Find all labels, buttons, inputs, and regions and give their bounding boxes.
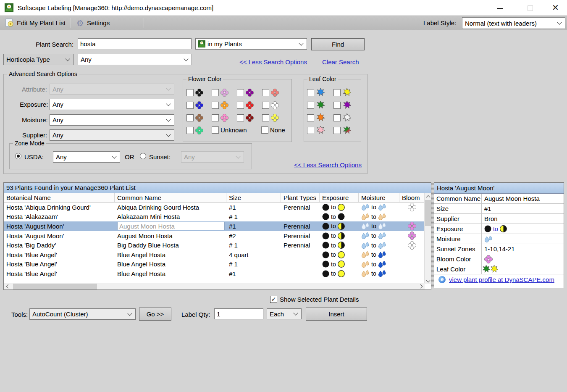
vertical-scroll-thumb[interactable] bbox=[425, 200, 431, 226]
label-style-value: Normal (text with leaders) bbox=[465, 20, 537, 27]
botanical-name-cell: Hosta 'August Moon' bbox=[4, 232, 115, 239]
results-rows: Hosta 'Abiqua Drinking Gourd'Abiqua Drin… bbox=[4, 203, 425, 279]
flower-color-checkbox-none[interactable] bbox=[261, 126, 268, 134]
flower-color-checkbox-green[interactable] bbox=[186, 127, 194, 134]
horizontal-scroll-thumb[interactable] bbox=[13, 284, 97, 289]
common-name-cell: Blue Angel Hosta bbox=[115, 270, 226, 277]
results-table: 93 Plants Found in your Manage360 Plant … bbox=[3, 182, 431, 290]
maximize-button[interactable] bbox=[521, 0, 540, 16]
scroll-left-button[interactable] bbox=[4, 283, 10, 289]
flower-color-checkbox-pink[interactable] bbox=[212, 114, 219, 121]
flower-color-checkbox-darkred[interactable] bbox=[237, 114, 244, 121]
table-row[interactable]: Hosta 'Big Daddy'Big Daddy Blue Hosta# 1… bbox=[4, 240, 425, 250]
flower-color-checkbox-black[interactable] bbox=[186, 89, 194, 96]
usda-radio[interactable] bbox=[15, 153, 21, 159]
minimize-button[interactable] bbox=[491, 0, 509, 16]
moisture-combo[interactable]: Any bbox=[50, 114, 174, 126]
flower-color-checkbox-brown[interactable] bbox=[186, 114, 194, 121]
details-row: Moisture bbox=[434, 234, 564, 244]
type-any-combo[interactable]: Any bbox=[78, 54, 192, 65]
toolbar: Edit My Plant List ⚙ Settings Label Styl… bbox=[0, 16, 567, 30]
table-row[interactable]: Hosta 'Blue Angel'Blue Angel Hosta#1toto bbox=[4, 269, 425, 279]
zone-mode-title: Zone Mode bbox=[13, 140, 46, 147]
leaf-color-option-blue bbox=[307, 88, 325, 97]
botanical-name-cell: Hosta 'Blue Angel' bbox=[4, 260, 115, 268]
go-button[interactable]: Go >> bbox=[139, 308, 171, 321]
attribute-label: Attribute: bbox=[22, 86, 47, 93]
leaf-color-checkbox-variegated[interactable] bbox=[333, 127, 341, 134]
search-type-combo[interactable]: Horticopia Type bbox=[3, 54, 74, 65]
less-search-options-link[interactable]: << Less Search Options bbox=[239, 58, 307, 66]
leaf-color-checkbox-blue[interactable] bbox=[307, 89, 314, 96]
col-botanical-name[interactable]: Botanical Name bbox=[4, 193, 115, 202]
settings-button[interactable]: ⚙ Settings bbox=[72, 16, 114, 30]
leaf-color-checkbox-purple[interactable] bbox=[333, 102, 341, 109]
usda-zone-combo[interactable]: Any bbox=[53, 151, 120, 163]
show-details-checkbox[interactable]: ✓ bbox=[270, 296, 277, 303]
label-style-combo[interactable]: Normal (text with leaders) bbox=[462, 17, 565, 29]
details-value bbox=[482, 255, 493, 263]
table-row[interactable]: Hosta 'Blue Angel'Blue Angel Hosta# 1tot… bbox=[4, 260, 425, 269]
plant-search-input[interactable]: hosta bbox=[78, 38, 192, 49]
leaf-color-title: Leaf Color bbox=[307, 76, 338, 82]
bloom-cell bbox=[399, 222, 425, 230]
col-common-name[interactable]: Common Name bbox=[115, 193, 226, 202]
common-name-editor[interactable]: August Moon Hosta bbox=[117, 222, 225, 230]
botanical-name-cell: Hosta 'Abiqua Drinking Gourd' bbox=[4, 204, 115, 211]
exposure-combo[interactable]: Any bbox=[50, 99, 174, 110]
leaf-color-checkbox-white[interactable] bbox=[333, 114, 341, 121]
supplier-combo[interactable]: Any bbox=[50, 129, 174, 141]
flower-color-checkbox-coral[interactable] bbox=[262, 89, 269, 96]
close-button[interactable]: ✕ bbox=[546, 0, 565, 16]
attribute-combo: Any bbox=[50, 84, 174, 95]
flower-color-checkbox-red[interactable] bbox=[237, 102, 244, 109]
table-row[interactable]: Hosta 'Alakazaam'Alakazaam Mini Hosta# 1… bbox=[4, 212, 425, 222]
leaf-color-checkbox-yellow[interactable] bbox=[333, 89, 341, 96]
flower-color-checkbox-orange[interactable] bbox=[212, 102, 219, 109]
sunset-radio[interactable] bbox=[140, 153, 146, 159]
clear-search-link[interactable]: Clear Search bbox=[322, 58, 359, 66]
col-plant-types[interactable]: Plant Types bbox=[281, 193, 320, 202]
flower-color-group: Flower Color UnknownNone bbox=[183, 79, 292, 142]
tools-value: AutoCount (Cluster) bbox=[32, 310, 88, 318]
flower-color-checkbox-yellow[interactable] bbox=[262, 114, 269, 121]
vertical-scrollbar[interactable] bbox=[424, 193, 431, 284]
botanical-name-cell: Hosta 'Blue Angel' bbox=[4, 251, 115, 258]
less-search-options-link-2[interactable]: << Less Search Options bbox=[294, 161, 362, 168]
col-moisture[interactable]: Moisture bbox=[359, 193, 399, 202]
details-label: Moisture bbox=[434, 234, 482, 244]
each-combo[interactable]: Each bbox=[267, 308, 302, 319]
moisture-to-label: to bbox=[371, 204, 376, 210]
horizontal-scrollbar[interactable] bbox=[4, 283, 425, 289]
find-button[interactable]: Find bbox=[311, 38, 365, 50]
insert-button[interactable]: Insert bbox=[306, 308, 367, 321]
table-row[interactable]: Hosta 'Abiqua Drinking Gourd'Abiqua Drin… bbox=[4, 203, 425, 212]
col-exposure[interactable]: Exposure bbox=[320, 193, 359, 202]
common-name-cell: Abiqua Drinking Gourd Hosta bbox=[115, 204, 226, 211]
flower-color-checkbox-purple[interactable] bbox=[237, 89, 244, 96]
exposure-from-icon-black bbox=[322, 242, 329, 249]
plant-profile-link[interactable]: view plant profile at DynaSCAPE.com bbox=[449, 276, 554, 283]
exposure-cell: to bbox=[320, 260, 359, 268]
chevron-down-icon bbox=[166, 132, 171, 137]
flower-color-checkbox-white[interactable] bbox=[262, 102, 269, 109]
label-qty-input[interactable]: 1 bbox=[214, 308, 263, 319]
table-row[interactable]: Hosta 'August Moon'August Moon Hosta#1Pe… bbox=[4, 221, 425, 231]
scroll-down-button[interactable] bbox=[425, 278, 431, 284]
leaf-color-checkbox-orange[interactable] bbox=[307, 114, 314, 121]
search-scope-combo[interactable]: in my Plants bbox=[195, 38, 307, 50]
table-row[interactable]: Hosta 'August Moon'August Moon Hosta#2Pe… bbox=[4, 231, 425, 241]
edit-my-plant-list-button[interactable]: Edit My Plant List bbox=[1, 16, 70, 30]
flower-color-checkbox-lavender[interactable] bbox=[212, 89, 219, 96]
table-row[interactable]: Hosta 'Blue Angel'Blue Angel Hosta4 quar… bbox=[4, 250, 425, 260]
edit-my-plant-list-label: Edit My Plant List bbox=[17, 19, 66, 26]
scroll-up-button[interactable] bbox=[425, 193, 431, 200]
scroll-right-button[interactable] bbox=[418, 283, 425, 289]
leaf-color-checkbox-pink[interactable] bbox=[307, 127, 314, 134]
col-bloom[interactable]: Bloom bbox=[399, 193, 425, 202]
tools-combo[interactable]: AutoCount (Cluster) bbox=[29, 308, 136, 320]
flower-color-checkbox-blue[interactable] bbox=[186, 102, 194, 109]
flower-color-checkbox-unknown[interactable] bbox=[212, 126, 219, 134]
leaf-color-checkbox-green[interactable] bbox=[307, 102, 314, 109]
col-size[interactable]: Size bbox=[226, 193, 281, 202]
